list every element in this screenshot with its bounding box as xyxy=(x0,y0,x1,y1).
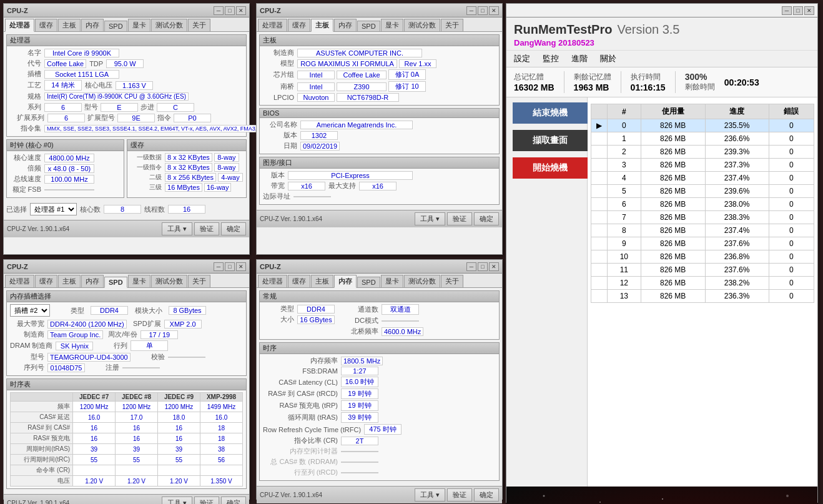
bandwidth-value: DDR4-2400 (1200 MHz) xyxy=(47,320,127,329)
minimize-btn-2[interactable]: ─ xyxy=(466,6,476,15)
tab-processor-1[interactable]: 处理器 xyxy=(5,19,34,32)
tab-spd-2[interactable]: SPD xyxy=(357,21,380,31)
confirm-btn-4[interactable]: 确定 xyxy=(474,488,499,502)
maximize-btn-3[interactable]: □ xyxy=(225,262,235,271)
errors-cell-5: 0 xyxy=(769,185,814,198)
progress-cell-6: 238.0% xyxy=(705,198,769,211)
tab-bar-2: 处理器 缓存 主板 内存 SPD 显卡 测试分数 关于 xyxy=(257,17,502,32)
maximize-btn-2[interactable]: □ xyxy=(478,6,488,15)
results-row-0: ▶0826 MB235.5%0 xyxy=(591,119,814,132)
slot-select[interactable]: 插槽 #2 xyxy=(10,304,50,317)
inst-label: 指令 xyxy=(157,113,171,122)
errors-cell-10: 0 xyxy=(769,250,814,264)
mem-timing-section: 时序 内存频率 1800.5 MHz FSB:DRAM 1:27 CAS# La… xyxy=(259,342,500,481)
tab-cache-3[interactable]: 缓存 xyxy=(35,275,57,287)
tras-m-label: 循环周期 (tRAS) xyxy=(263,413,338,422)
tools-btn-3[interactable]: 工具 ▾ xyxy=(162,497,192,504)
menu-settings[interactable]: 設定 xyxy=(514,53,530,64)
start-btn[interactable]: 開始燒機 xyxy=(513,157,588,179)
l3-label: 三级 xyxy=(131,183,162,192)
tab-about-2[interactable]: 关于 xyxy=(441,19,463,31)
minimize-btn-3[interactable]: ─ xyxy=(214,262,224,271)
mb-model-row: 模型 ROG MAXIMUS XI FORMULA Rev 1.xx xyxy=(263,59,496,68)
tools-btn-4[interactable]: 工具 ▾ xyxy=(415,488,445,502)
tab-processor-2[interactable]: 处理器 xyxy=(258,19,287,31)
tab-mainboard-1[interactable]: 主板 xyxy=(58,19,81,31)
menu-about[interactable]: 關於 xyxy=(600,53,616,64)
verify-btn-4[interactable]: 验证 xyxy=(447,488,472,502)
timing-row-tras: 周期时间(tRAS) 39 39 39 38 xyxy=(11,444,243,455)
tab-bench-1[interactable]: 测试分数 xyxy=(151,19,187,31)
results-row-3: 3826 MB237.3%0 xyxy=(591,159,814,172)
tab-gpu-2[interactable]: 显卡 xyxy=(381,19,403,31)
close-btn-2[interactable]: ✕ xyxy=(489,6,499,15)
tab-gpu-3[interactable]: 显卡 xyxy=(128,275,150,287)
runmem-maximize-btn[interactable]: □ xyxy=(793,6,803,15)
cpuz-motherboard-window: CPU-Z ─ □ ✕ 处理器 缓存 主板 内存 SPD 显卡 测试分数 关于 … xyxy=(256,3,503,255)
tab-about-1[interactable]: 关于 xyxy=(188,19,210,31)
tab-memory-1[interactable]: 内存 xyxy=(81,19,104,31)
confirm-btn-1[interactable]: 确定 xyxy=(221,222,246,235)
tab-cache-1[interactable]: 缓存 xyxy=(35,19,57,31)
close-btn-4[interactable]: ✕ xyxy=(489,262,499,271)
verify-btn-1[interactable]: 验证 xyxy=(194,222,219,235)
tools-btn-2[interactable]: 工具 ▾ xyxy=(415,212,445,225)
tab-bench-4[interactable]: 测试分数 xyxy=(404,275,440,287)
tab-about-4[interactable]: 关于 xyxy=(441,275,463,287)
tab-bench-3[interactable]: 测试分数 xyxy=(151,275,187,287)
confirm-btn-3[interactable]: 确定 xyxy=(221,497,246,504)
tab-gpu-4[interactable]: 显卡 xyxy=(381,275,403,287)
processor-content: 处理器 名字 Intel Core i9 9900K 代号 Coffee Lak… xyxy=(4,32,249,220)
results-row-7: 7826 MB238.3%0 xyxy=(591,211,814,224)
mem-channels-value: 双通道 xyxy=(382,304,419,315)
cpu-codename-label: 代号 xyxy=(10,59,41,68)
stat-runtime-label: 执行時間 xyxy=(631,72,666,82)
menu-advanced[interactable]: 進階 xyxy=(571,53,588,64)
runmem-minimize-btn[interactable]: ─ xyxy=(782,6,792,15)
tab-mainboard-2[interactable]: 主板 xyxy=(311,19,333,32)
tab-spd-3[interactable]: SPD xyxy=(104,277,127,288)
trc-label: 行周期时间(tRC) xyxy=(11,455,73,465)
close-btn-3[interactable]: ✕ xyxy=(236,262,246,271)
tab-gpu-1[interactable]: 显卡 xyxy=(128,19,150,31)
selected-label: 已选择 xyxy=(6,205,27,214)
bios-date-label: 日期 xyxy=(263,141,297,151)
verify-btn-2[interactable]: 验证 xyxy=(447,212,472,225)
tab-spd-1[interactable]: SPD xyxy=(104,21,127,31)
maximize-btn-4[interactable]: □ xyxy=(478,262,488,271)
processor-select[interactable]: 处理器 #1 xyxy=(30,203,77,215)
tools-btn-1[interactable]: 工具 ▾ xyxy=(162,222,192,235)
tab-processor-3[interactable]: 处理器 xyxy=(5,275,34,287)
confirm-btn-2[interactable]: 确定 xyxy=(474,212,499,225)
tab-memory-3[interactable]: 内存 xyxy=(81,275,104,287)
screenshot-btn[interactable]: 擷取畫面 xyxy=(513,130,588,151)
runmem-version: Version 3.5 xyxy=(617,22,679,37)
mb-lpcio-label: LPCIO xyxy=(263,94,294,101)
menu-monitor[interactable]: 監控 xyxy=(543,53,559,64)
maximize-btn-1[interactable]: □ xyxy=(225,6,235,15)
minimize-btn-4[interactable]: ─ xyxy=(466,262,476,271)
tab-spd-4[interactable]: SPD xyxy=(357,277,380,287)
tab-mainboard-3[interactable]: 主板 xyxy=(58,275,81,287)
tab-processor-4[interactable]: 处理器 xyxy=(258,275,287,287)
total-cas-value xyxy=(341,462,378,463)
minimize-btn-1[interactable]: ─ xyxy=(214,6,224,15)
tab-mainboard-4[interactable]: 主板 xyxy=(311,275,333,287)
tab-memory-4[interactable]: 内存 xyxy=(334,275,357,288)
runmem-close-btn[interactable]: ✕ xyxy=(804,6,814,15)
arrow-cell-12 xyxy=(591,277,608,290)
mem-type-value: DDR4 xyxy=(297,305,335,314)
gfx-bw-value: x16 xyxy=(288,182,325,190)
tab-about-3[interactable]: 关于 xyxy=(188,275,210,287)
tab-bench-2[interactable]: 测试分数 xyxy=(404,19,440,31)
verify-btn-3[interactable]: 验证 xyxy=(194,497,219,504)
cpu-name-row: 名字 Intel Core i9 9900K xyxy=(10,48,272,57)
tab-cache-4[interactable]: 缓存 xyxy=(288,275,310,287)
svg-point-3 xyxy=(599,502,601,503)
bios-version-label: 版本 xyxy=(263,131,297,140)
tab-memory-2[interactable]: 内存 xyxy=(334,19,357,31)
stop-btn[interactable]: 結束燒機 xyxy=(513,102,588,124)
tab-cache-2[interactable]: 缓存 xyxy=(288,19,310,31)
close-btn-1[interactable]: ✕ xyxy=(236,6,246,15)
cpu-family-value: 6 xyxy=(44,103,82,112)
